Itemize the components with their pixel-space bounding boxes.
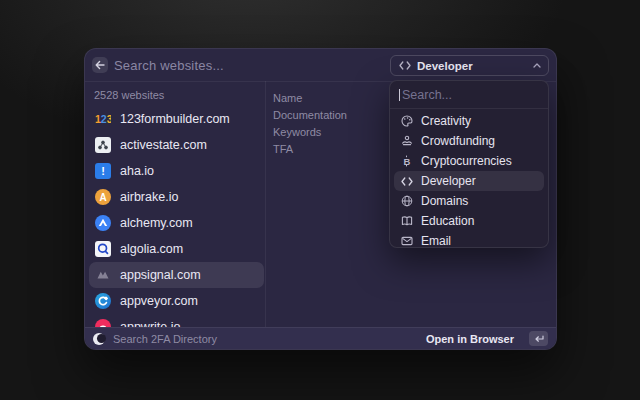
list-item[interactable]: alchemy.com — [89, 210, 264, 236]
123formbuilder-favicon: 123 — [95, 111, 111, 127]
search-input[interactable]: Search websites... — [114, 49, 224, 81]
hand-coins-icon — [400, 135, 413, 147]
envelope-icon — [400, 236, 413, 246]
detail-label-documentation: Documentation — [273, 107, 347, 124]
svg-text:123: 123 — [95, 113, 111, 125]
activestate-favicon — [95, 137, 111, 153]
dropdown-item-education[interactable]: Education — [394, 211, 544, 231]
aha-favicon — [95, 163, 111, 179]
results-list: 123 123formbuilder.com activestate.com a… — [89, 106, 264, 340]
text-caret — [399, 89, 400, 101]
globe-icon — [400, 195, 413, 207]
action-bar: Search 2FA Directory Open in Browser — [85, 327, 556, 349]
list-item[interactable]: aha.io — [89, 158, 264, 184]
bitcoin-icon: B — [400, 155, 413, 167]
back-arrow-icon — [95, 60, 105, 70]
category-dropdown-menu: Search... Creativity Crowdfunding B Cryp… — [389, 80, 549, 248]
appveyor-favicon — [95, 293, 111, 309]
dropdown-item-creativity[interactable]: Creativity — [394, 111, 544, 131]
list-item[interactable]: activestate.com — [89, 132, 264, 158]
detail-label-tfa: TFA — [273, 141, 347, 158]
book-icon — [400, 215, 413, 227]
list-item[interactable]: appveyor.com — [89, 288, 264, 314]
desktop-background: Search websites... Developer 2528 websit… — [0, 0, 640, 400]
category-dropdown-label: Developer — [417, 60, 527, 72]
list-item[interactable]: airbrake.io — [89, 184, 264, 210]
list-item-selected[interactable]: appsignal.com — [89, 262, 264, 288]
detail-label-keywords: Keywords — [273, 124, 347, 141]
dropdown-search-input[interactable]: Search... — [390, 81, 548, 109]
list-item[interactable]: algolia.com — [89, 236, 264, 262]
header: Search websites... Developer — [85, 49, 556, 82]
code-icon — [398, 61, 411, 70]
return-key-icon[interactable] — [529, 331, 548, 346]
dropdown-item-email[interactable]: Email — [394, 231, 544, 251]
dropdown-item-cryptocurrencies[interactable]: B Cryptocurrencies — [394, 151, 544, 171]
svg-text:B: B — [403, 156, 410, 167]
dropdown-list: Creativity Crowdfunding B Cryptocurrenci… — [390, 109, 548, 253]
chevron-up-icon — [533, 63, 541, 68]
back-button[interactable] — [92, 57, 108, 73]
results-count: 2528 websites — [94, 89, 164, 101]
2fa-directory-icon — [93, 333, 105, 345]
detail-panel: Name Documentation Keywords TFA — [273, 90, 347, 158]
extension-title: Search 2FA Directory — [113, 333, 418, 345]
alchemy-favicon — [95, 215, 111, 231]
dropdown-item-domains[interactable]: Domains — [394, 191, 544, 211]
dropdown-item-developer[interactable]: Developer — [394, 171, 544, 191]
algolia-favicon — [95, 241, 111, 257]
code-icon — [400, 177, 413, 186]
dropdown-item-crowdfunding[interactable]: Crowdfunding — [394, 131, 544, 151]
palette-icon — [400, 115, 413, 127]
appsignal-favicon — [95, 267, 111, 283]
column-divider — [265, 81, 266, 327]
detail-label-name: Name — [273, 90, 347, 107]
category-dropdown-button[interactable]: Developer — [390, 55, 549, 76]
airbrake-favicon — [95, 189, 111, 205]
list-item[interactable]: 123 123formbuilder.com — [89, 106, 264, 132]
primary-action-label[interactable]: Open in Browser — [426, 333, 514, 345]
